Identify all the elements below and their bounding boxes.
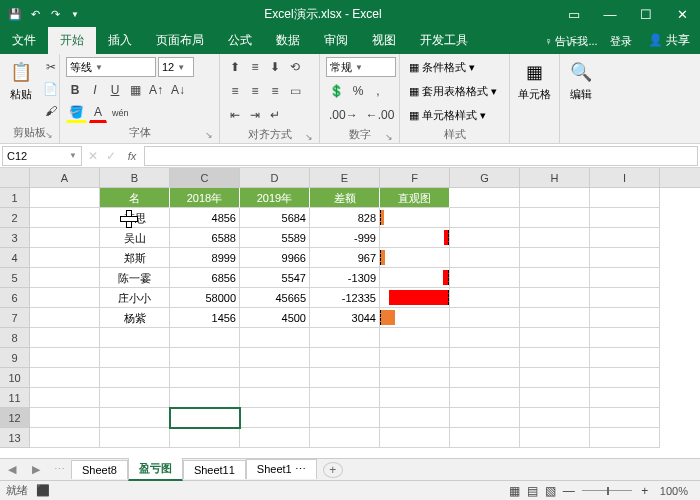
cell[interactable]: 4500 — [240, 308, 310, 328]
bold-button[interactable]: B — [66, 80, 84, 100]
qat-more-icon[interactable]: ▼ — [66, 5, 84, 23]
cell[interactable] — [590, 408, 660, 428]
cell[interactable]: 8999 — [170, 248, 240, 268]
comma-icon[interactable]: , — [369, 81, 387, 101]
cell[interactable]: 名 — [100, 188, 170, 208]
cell[interactable] — [590, 188, 660, 208]
cell[interactable] — [240, 408, 310, 428]
column-header[interactable]: G — [450, 168, 520, 187]
tab-formulas[interactable]: 公式 — [216, 27, 264, 54]
row-header[interactable]: 13 — [0, 428, 30, 448]
tab-view[interactable]: 视图 — [360, 27, 408, 54]
zoom-level[interactable]: 100% — [660, 485, 688, 497]
cell[interactable] — [380, 388, 450, 408]
cut-icon[interactable]: ✂ — [40, 57, 61, 77]
add-sheet-button[interactable]: + — [323, 462, 343, 478]
border-button[interactable]: ▦ — [126, 80, 144, 100]
cell[interactable] — [450, 268, 520, 288]
cell[interactable] — [590, 288, 660, 308]
cell[interactable] — [520, 368, 590, 388]
paste-button[interactable]: 📋 粘贴 — [6, 57, 36, 104]
cancel-icon[interactable]: ✕ — [84, 146, 102, 166]
cell[interactable]: 4856 — [170, 208, 240, 228]
row-header[interactable]: 10 — [0, 368, 30, 388]
sheet-tab[interactable]: Sheet8 — [71, 460, 128, 479]
grow-font-icon[interactable]: A↑ — [146, 80, 166, 100]
cell[interactable]: 直观图 — [380, 188, 450, 208]
align-bottom-icon[interactable]: ⬇ — [266, 57, 284, 77]
align-center-icon[interactable]: ≡ — [246, 81, 264, 101]
cell[interactable] — [590, 388, 660, 408]
cell[interactable] — [520, 308, 590, 328]
cell[interactable] — [450, 188, 520, 208]
percent-icon[interactable]: % — [349, 81, 367, 101]
cell[interactable]: 李思 — [100, 208, 170, 228]
zoom-in-icon[interactable]: + — [636, 481, 654, 501]
cell[interactable]: 5684 — [240, 208, 310, 228]
cell[interactable] — [170, 368, 240, 388]
view-layout-icon[interactable]: ▤ — [524, 481, 542, 501]
row-header[interactable]: 9 — [0, 348, 30, 368]
cell[interactable]: 6588 — [170, 228, 240, 248]
cell[interactable]: 吴山 — [100, 228, 170, 248]
cell[interactable]: 2019年 — [240, 188, 310, 208]
cell[interactable] — [450, 428, 520, 448]
cell[interactable]: 2018年 — [170, 188, 240, 208]
row-header[interactable]: 12 — [0, 408, 30, 428]
conditional-format-button[interactable]: ▦条件格式 ▾ — [406, 57, 478, 77]
cell[interactable]: 5589 — [240, 228, 310, 248]
row-header[interactable]: 11 — [0, 388, 30, 408]
cell[interactable] — [30, 408, 100, 428]
cell[interactable] — [450, 328, 520, 348]
cell[interactable] — [450, 388, 520, 408]
column-header[interactable]: C — [170, 168, 240, 187]
cell[interactable] — [30, 268, 100, 288]
cell[interactable] — [380, 328, 450, 348]
cell[interactable] — [100, 368, 170, 388]
editing-button[interactable]: 🔍编辑 — [566, 57, 596, 104]
inc-decimal-icon[interactable]: .00→ — [326, 105, 361, 125]
cell[interactable]: 庄小小 — [100, 288, 170, 308]
redo-icon[interactable]: ↷ — [46, 5, 64, 23]
format-painter-icon[interactable]: 🖌 — [40, 101, 61, 121]
cell[interactable]: 陈一霎 — [100, 268, 170, 288]
close-icon[interactable]: ✕ — [664, 0, 700, 28]
cell[interactable] — [170, 408, 240, 428]
cell[interactable] — [450, 208, 520, 228]
cell[interactable] — [450, 348, 520, 368]
font-color-button[interactable]: A — [89, 103, 107, 123]
share-button[interactable]: 👤 共享 — [638, 27, 700, 54]
cell[interactable] — [590, 328, 660, 348]
tab-developer[interactable]: 开发工具 — [408, 27, 480, 54]
font-size-combo[interactable]: 12▼ — [158, 57, 194, 77]
wrap-text-icon[interactable]: ↵ — [266, 105, 284, 125]
row-header[interactable]: 1 — [0, 188, 30, 208]
indent-dec-icon[interactable]: ⇤ — [226, 105, 244, 125]
minimize-icon[interactable]: — — [592, 0, 628, 28]
cell[interactable] — [100, 428, 170, 448]
sheet-nav-prev-icon[interactable]: ◀ — [0, 463, 24, 476]
cell[interactable]: 差额 — [310, 188, 380, 208]
cell[interactable] — [380, 348, 450, 368]
fx-icon[interactable]: fx — [120, 150, 144, 162]
cell[interactable] — [380, 208, 450, 228]
cell[interactable] — [310, 348, 380, 368]
view-normal-icon[interactable]: ▦ — [506, 481, 524, 501]
cell[interactable] — [240, 368, 310, 388]
column-header[interactable]: F — [380, 168, 450, 187]
dec-decimal-icon[interactable]: ←.00 — [363, 105, 398, 125]
cell[interactable]: 9966 — [240, 248, 310, 268]
column-header[interactable]: B — [100, 168, 170, 187]
cell[interactable] — [380, 248, 450, 268]
cell[interactable] — [170, 428, 240, 448]
cell[interactable]: 5547 — [240, 268, 310, 288]
cell[interactable] — [380, 288, 450, 308]
cell[interactable] — [240, 428, 310, 448]
cell[interactable] — [520, 188, 590, 208]
cell[interactable] — [170, 388, 240, 408]
tab-home[interactable]: 开始 — [48, 27, 96, 54]
cell[interactable] — [450, 408, 520, 428]
cell[interactable] — [380, 428, 450, 448]
cells-button[interactable]: ▦单元格 — [516, 57, 553, 104]
cell[interactable] — [520, 228, 590, 248]
